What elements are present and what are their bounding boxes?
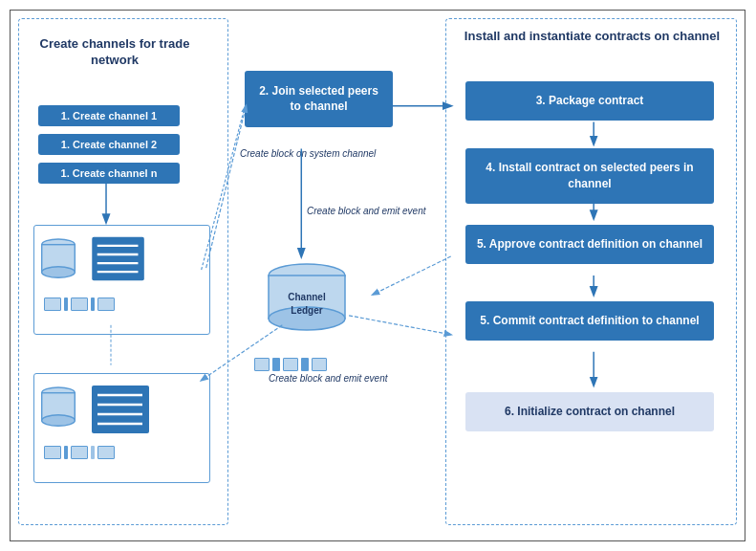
mid-chain-blocks xyxy=(254,358,327,371)
create-channel-n-button[interactable]: 1. Create channel n xyxy=(38,163,180,184)
create-block-emit-label-2: Create block and emit event xyxy=(269,372,388,385)
database-icon-1 xyxy=(39,237,77,285)
step-5-commit-contract[interactable]: 5. Commit contract definition to channel xyxy=(465,301,714,341)
create-block-emit-label-1: Create block and emit event xyxy=(307,205,426,217)
step-3-package-contract[interactable]: 3. Package contract xyxy=(465,81,714,121)
svg-text:Channel: Channel xyxy=(288,292,326,302)
channel-ledger-icon: Channel Ledger xyxy=(264,262,350,334)
database-icon-2 xyxy=(39,386,77,433)
create-channel-1-button[interactable]: 1. Create channel 1 xyxy=(38,105,180,126)
left-section-title: Create channels for trade network xyxy=(33,36,196,69)
chain-blocks-1 xyxy=(44,298,115,311)
svg-rect-3 xyxy=(92,237,144,280)
step-5-approve-contract[interactable]: 5. Approve contract definition on channe… xyxy=(465,225,714,264)
join-peers-box[interactable]: 2. Join selected peers to channel xyxy=(245,71,393,127)
right-section-title: Install and instantiate contracts on cha… xyxy=(446,29,738,45)
svg-point-2 xyxy=(42,267,76,278)
left-section: Create channels for trade network 1. Cre… xyxy=(18,18,228,525)
middle-section: 2. Join selected peers to channel Create… xyxy=(235,18,426,525)
ledger-lines-icon-1 xyxy=(90,235,147,283)
peer-group-2 xyxy=(33,373,210,483)
svg-point-10 xyxy=(42,415,76,427)
peer-group-1 xyxy=(33,225,210,335)
step-4-install-contract[interactable]: 4. Install contract on selected peers in… xyxy=(465,148,714,204)
main-diagram: Create channels for trade network 1. Cre… xyxy=(10,10,745,541)
channel-ledger: Channel Ledger xyxy=(259,262,355,337)
chain-blocks-2 xyxy=(44,446,115,459)
ledger-lines-icon-2 xyxy=(90,384,152,436)
create-channel-2-button[interactable]: 1. Create channel 2 xyxy=(38,134,180,155)
svg-text:Ledger: Ledger xyxy=(291,305,322,316)
svg-rect-11 xyxy=(92,386,149,433)
right-section: Install and instantiate contracts on cha… xyxy=(445,18,737,525)
create-block-system-label: Create block on system channel xyxy=(240,147,376,160)
step-6-initialize-contract[interactable]: 6. Initialize contract on channel xyxy=(465,392,714,431)
